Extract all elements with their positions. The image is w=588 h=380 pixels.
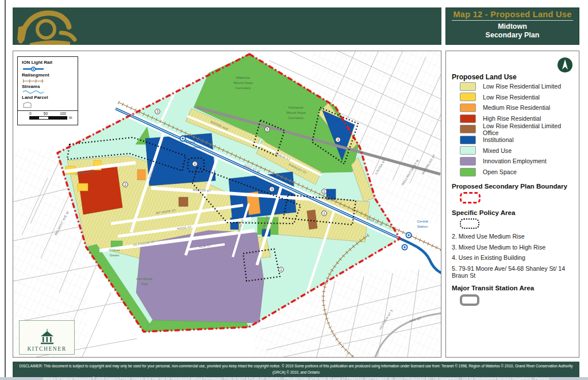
legend-item-institutional: Institutional: [452, 135, 573, 145]
svg-text:Central: Central: [417, 220, 428, 223]
svg-text:Green: Green: [110, 254, 120, 257]
kitchener-logo: KITCHENER: [19, 320, 75, 355]
svg-text:Trail: Trail: [141, 282, 147, 286]
swatch-open-space: [460, 168, 476, 176]
north-arrow-icon: [557, 57, 573, 73]
streams-legend-symbol: [22, 90, 45, 94]
svg-text:2: 2: [124, 183, 126, 186]
svg-text:Gildner: Gildner: [109, 248, 120, 252]
legend-item-innovation-employment: Innovation Employment: [452, 156, 573, 167]
central-station-label: Central Station: [417, 220, 428, 228]
swatch-institutional: [460, 136, 476, 144]
kitchener-tower-icon: [39, 328, 56, 346]
policy-note-3: 3. Mixed Use Medium to High Rise: [452, 244, 573, 251]
policy-note-4: 4. Uses in Existing Building: [452, 254, 573, 261]
policy-note-2: 2. Mixed Use Medium Rise: [452, 233, 573, 240]
swatch-high-rise: [460, 114, 476, 123]
svg-text:Station: Station: [417, 225, 428, 228]
swatch-mixed-use: [460, 146, 476, 155]
streams-legend-label: Streams: [22, 85, 78, 90]
svg-text:2: 2: [323, 190, 325, 193]
policy-legend-title: Specific Policy Area: [452, 209, 573, 216]
station-central-1: [406, 232, 412, 239]
svg-text:Mount Hope: Mount Hope: [286, 110, 306, 114]
scale-tick-50: 50: [44, 112, 48, 116]
policy-note-5: 5. 79-91 Moore Ave/ 54-68 Shanley St/ 14…: [452, 265, 573, 279]
rail-legend-label: Railsegment: [22, 73, 78, 78]
header-banner: [13, 7, 441, 45]
map-subtitle-line2: Secondary Plan: [446, 31, 579, 40]
map-title-block: Map 12 - Proposed Land Use Midtown Secon…: [445, 7, 579, 45]
svg-text:Waterloo: Waterloo: [236, 75, 251, 79]
svg-text:Cemetery: Cemetery: [236, 86, 252, 90]
legend-item-medium-rise: Medium Rise Residential: [452, 102, 573, 113]
parcel-legend-label: Land Parcel: [22, 95, 78, 101]
svg-text:1: 1: [280, 268, 282, 271]
svg-text:Mount Hope: Mount Hope: [233, 80, 253, 85]
legend-item-low-rise: Low Rise Residential: [452, 92, 573, 103]
disclaimer-line1: DISCLAIMER: This document is subject to …: [13, 363, 579, 375]
swatch-medium-rise: [460, 103, 476, 112]
scale-tick-100: 100: [60, 112, 66, 116]
ion-legend-label: ION Light Rail: [22, 60, 78, 66]
boundary-swatch: [460, 192, 481, 204]
svg-text:3: 3: [271, 187, 272, 191]
page-edge-line: [5, 0, 6, 380]
swatch-low-rise: [460, 93, 476, 101]
transit-swatch: [460, 294, 479, 306]
swatch-innovation-employment: [460, 157, 476, 166]
legend-item-mixed-use: Mixed Use: [452, 145, 573, 156]
svg-text:5: 5: [266, 128, 268, 131]
legend-sidebar: Proposed Land Use Low Rise Residential L…: [445, 51, 579, 358]
svg-text:2: 2: [194, 162, 195, 166]
city-logo-icon: [13, 7, 87, 45]
ion-legend-symbol: [22, 66, 45, 72]
svg-text:Hospital: Hospital: [189, 145, 201, 149]
map-title: Map 12 - Proposed Land Use: [446, 8, 579, 19]
scale-tick-0: 0: [29, 112, 32, 116]
svg-text:Iron Horse: Iron Horse: [136, 277, 153, 281]
scale-bar: 0 50 100 m: [18, 110, 78, 120]
map-subtitle-line1: Midtown: [446, 22, 579, 31]
legend-item-low-rise-limited: Low Rise Residential Limited: [452, 81, 573, 92]
swatch-low-rise-limited: [460, 82, 476, 91]
land-use-legend-title: Proposed Land Use: [452, 73, 573, 81]
kitchener-cemetery-label: Kitchener Mount Hope Cemetery: [286, 105, 306, 120]
svg-text:1: 1: [323, 212, 325, 215]
svg-text:Cemetery: Cemetery: [289, 116, 305, 120]
rail-legend-symbol: [22, 79, 45, 83]
disclaimer-line2: Ministry of Natural Resources © 2005 Que…: [13, 375, 579, 380]
station-central-2: [402, 244, 408, 251]
svg-text:Grand River: Grand River: [186, 140, 204, 144]
disclaimer-bar: DISCLAIMER: This document is subject to …: [13, 362, 579, 377]
kitchener-logo-text: KITCHENER: [27, 346, 66, 352]
transit-legend-title: Major Transit Station Area: [452, 284, 573, 291]
parcel-legend-symbol: [22, 101, 45, 109]
title-divider: [452, 20, 573, 21]
svg-text:3: 3: [156, 110, 158, 113]
swatch-limited-office: [460, 125, 476, 133]
svg-text:3: 3: [337, 138, 339, 141]
map-legend-box: ION Light Rail Railsegment Streams Land …: [17, 56, 78, 125]
scale-unit: m: [69, 116, 72, 120]
legend-item-limited-office: Low Rise Residential Limited Office: [452, 124, 573, 135]
boundary-legend-title: Proposed Secondary Plan Boundary: [452, 182, 573, 190]
map-panel[interactable]: 3 5 3 2 3 2 1 1 2 Waterloo Mount Hope Ce…: [13, 51, 441, 358]
legend-item-open-space: Open Space: [452, 167, 573, 178]
svg-text:Kitchener: Kitchener: [289, 105, 303, 109]
policy-swatch: [460, 218, 479, 229]
